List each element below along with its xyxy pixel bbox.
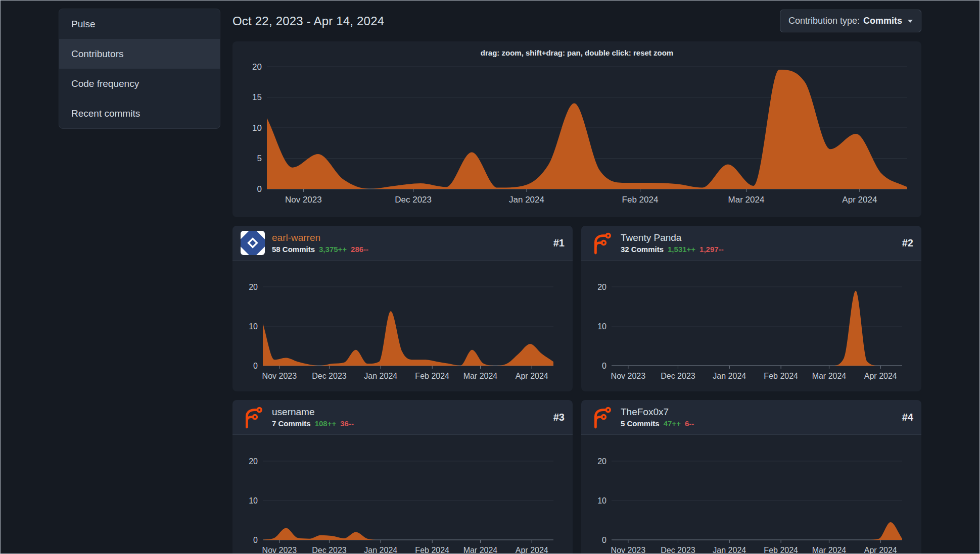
svg-text:0: 0: [253, 362, 258, 370]
svg-text:10: 10: [597, 322, 606, 331]
contributor-card-header: Twenty Panda 32 Commits 1,531++ 1,297-- …: [581, 226, 921, 261]
svg-text:Dec 2023: Dec 2023: [661, 372, 695, 380]
svg-text:Feb 2024: Feb 2024: [415, 372, 449, 380]
contributor-card-3: username 7 Commits 108++ 36-- #3 01020No…: [232, 400, 573, 554]
forgejo-logo-avatar: [241, 405, 265, 429]
svg-text:Dec 2023: Dec 2023: [661, 546, 695, 554]
sidebar-item-code-frequency[interactable]: Code frequency: [59, 69, 220, 98]
svg-text:20: 20: [252, 62, 262, 72]
contributor-commits-chart[interactable]: 01020Nov 2023Dec 2023Jan 2024Feb 2024Mar…: [586, 439, 916, 554]
contributor-stats: 58 Commits 3,375++ 286--: [272, 245, 368, 254]
sidebar-item-recent-commits[interactable]: Recent commits: [59, 98, 220, 128]
contributor-meta: earl-warren 58 Commits 3,375++ 286--: [272, 232, 368, 254]
sidebar-item-contributors[interactable]: Contributors: [59, 39, 220, 69]
identicon-avatar: [241, 231, 265, 255]
svg-text:Apr 2024: Apr 2024: [842, 195, 877, 205]
svg-text:Apr 2024: Apr 2024: [864, 546, 897, 554]
contributor-card-header: username 7 Commits 108++ 36-- #3: [232, 400, 573, 435]
contributor-stats: 7 Commits 108++ 36--: [272, 419, 354, 428]
svg-text:Apr 2024: Apr 2024: [864, 372, 897, 380]
svg-text:Feb 2024: Feb 2024: [415, 546, 449, 554]
deletions-count: 36--: [340, 419, 354, 428]
contributor-meta: username 7 Commits 108++ 36--: [272, 407, 354, 428]
svg-text:Jan 2024: Jan 2024: [364, 372, 397, 380]
svg-text:0: 0: [602, 362, 606, 370]
caret-down-icon: [908, 20, 913, 23]
svg-text:Nov 2023: Nov 2023: [611, 546, 646, 554]
contributor-commits-chart[interactable]: 01020Nov 2023Dec 2023Jan 2024Feb 2024Mar…: [238, 265, 568, 382]
contributor-name-link[interactable]: Twenty Panda: [621, 232, 724, 243]
contributor-meta: TheFox0x7 5 Commits 47++ 6--: [621, 407, 694, 428]
contributor-commits-chart[interactable]: 01020Nov 2023Dec 2023Jan 2024Feb 2024Mar…: [586, 265, 916, 382]
forgejo-logo-avatar: [589, 231, 614, 255]
additions-count: 1,531++: [668, 245, 695, 254]
contributor-cards-grid: earl-warren 58 Commits 3,375++ 286-- #1 …: [232, 226, 921, 554]
contributors-page: Pulse Contributors Code frequency Recent…: [1, 1, 979, 554]
svg-text:Mar 2024: Mar 2024: [728, 195, 765, 205]
contributor-card-header: earl-warren 58 Commits 3,375++ 286-- #1: [232, 226, 573, 261]
contributor-stats: 32 Commits 1,531++ 1,297--: [621, 245, 724, 254]
svg-text:Mar 2024: Mar 2024: [812, 546, 847, 554]
main-content: Oct 22, 2023 - Apr 14, 2024 Contribution…: [232, 9, 921, 554]
svg-text:10: 10: [252, 123, 262, 133]
deletions-count: 1,297--: [699, 245, 724, 254]
svg-text:Nov 2023: Nov 2023: [285, 195, 322, 205]
topbar: Oct 22, 2023 - Apr 14, 2024 Contribution…: [232, 10, 921, 32]
contributor-card-1: earl-warren 58 Commits 3,375++ 286-- #1 …: [232, 226, 573, 391]
svg-text:20: 20: [597, 457, 606, 466]
chart-zoom-hint: drag: zoom, shift+drag: pan, double clic…: [243, 48, 911, 60]
rank-badge: #3: [553, 412, 565, 423]
svg-text:Jan 2024: Jan 2024: [364, 546, 397, 554]
deletions-count: 286--: [351, 245, 368, 254]
svg-text:20: 20: [249, 283, 258, 291]
svg-text:Jan 2024: Jan 2024: [713, 372, 746, 380]
svg-text:0: 0: [253, 536, 258, 544]
svg-text:10: 10: [597, 496, 606, 505]
svg-text:Dec 2023: Dec 2023: [312, 546, 347, 554]
svg-text:Feb 2024: Feb 2024: [764, 372, 798, 380]
contributor-stats: 5 Commits 47++ 6--: [621, 419, 694, 428]
contributor-card-header: TheFox0x7 5 Commits 47++ 6-- #4: [581, 400, 921, 435]
svg-text:Feb 2024: Feb 2024: [622, 195, 659, 205]
contribution-type-value: Commits: [863, 16, 902, 26]
commit-count: 58 Commits: [272, 245, 315, 254]
svg-text:10: 10: [249, 322, 258, 331]
overall-contributions-card: drag: zoom, shift+drag: pan, double clic…: [232, 41, 921, 217]
contributor-commits-chart[interactable]: 01020Nov 2023Dec 2023Jan 2024Feb 2024Mar…: [238, 439, 568, 554]
svg-text:0: 0: [602, 536, 606, 544]
date-range-title: Oct 22, 2023 - Apr 14, 2024: [232, 14, 384, 28]
commit-count: 32 Commits: [621, 245, 664, 254]
contributor-card-4: TheFox0x7 5 Commits 47++ 6-- #4 01020Nov…: [581, 400, 921, 554]
svg-text:Dec 2023: Dec 2023: [395, 195, 432, 205]
deletions-count: 6--: [685, 419, 694, 428]
sidebar-menu: Pulse Contributors Code frequency Recent…: [59, 9, 220, 129]
svg-text:Mar 2024: Mar 2024: [463, 372, 498, 380]
commit-count: 7 Commits: [272, 419, 311, 428]
contributor-card-2: Twenty Panda 32 Commits 1,531++ 1,297-- …: [581, 226, 921, 391]
contributor-meta: Twenty Panda 32 Commits 1,531++ 1,297--: [621, 232, 724, 254]
svg-text:Mar 2024: Mar 2024: [463, 546, 498, 554]
sidebar-item-pulse[interactable]: Pulse: [59, 9, 220, 39]
rank-badge: #2: [902, 237, 913, 249]
commit-count: 5 Commits: [621, 419, 660, 428]
svg-text:Jan 2024: Jan 2024: [509, 195, 544, 205]
svg-text:10: 10: [249, 496, 258, 505]
contributor-name-link[interactable]: earl-warren: [272, 232, 368, 243]
svg-text:Apr 2024: Apr 2024: [516, 546, 548, 554]
overall-contributions-chart[interactable]: 05101520Nov 2023Dec 2023Jan 2024Feb 2024…: [243, 62, 911, 209]
rank-badge: #1: [553, 237, 565, 249]
svg-text:Jan 2024: Jan 2024: [713, 546, 746, 554]
svg-text:Nov 2023: Nov 2023: [262, 546, 297, 554]
additions-count: 108++: [315, 419, 337, 428]
forgejo-logo-avatar: [589, 405, 614, 429]
svg-text:Feb 2024: Feb 2024: [764, 546, 798, 554]
svg-text:Apr 2024: Apr 2024: [516, 372, 548, 380]
contributor-name-link[interactable]: username: [272, 407, 354, 418]
svg-text:Nov 2023: Nov 2023: [262, 372, 297, 380]
additions-count: 47++: [664, 419, 681, 428]
svg-text:Mar 2024: Mar 2024: [812, 372, 847, 380]
svg-text:15: 15: [252, 92, 262, 102]
contributor-name-link[interactable]: TheFox0x7: [621, 407, 694, 418]
contribution-type-dropdown[interactable]: Contribution type: Commits: [780, 10, 921, 32]
rank-badge: #4: [902, 412, 913, 423]
